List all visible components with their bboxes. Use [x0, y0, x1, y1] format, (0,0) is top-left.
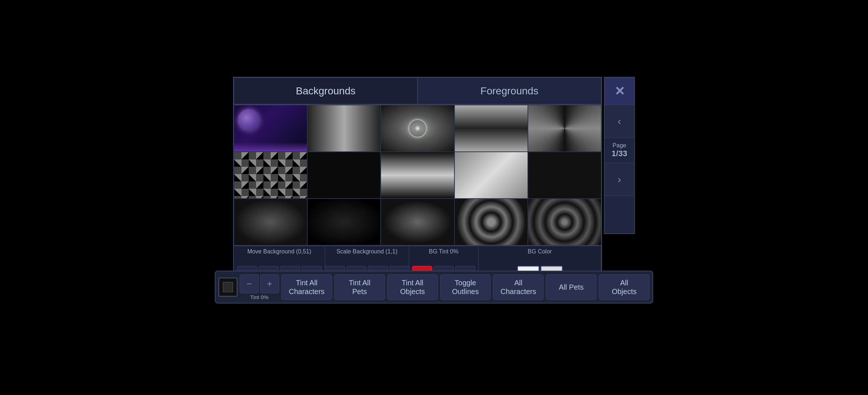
tint-all-characters-btn[interactable]: Tint All Characters: [281, 274, 332, 300]
grid-cell-vignette-dark[interactable]: [307, 199, 381, 245]
scale-bg-label: Scale Background (1,1): [336, 248, 397, 255]
next-page-btn[interactable]: ›: [605, 163, 634, 196]
grid-cell-rings[interactable]: [454, 199, 528, 245]
close-button[interactable]: ✕: [605, 78, 634, 105]
tab-bar: Backgrounds Foregrounds: [234, 78, 601, 105]
grid-cell-grad-tb[interactable]: [454, 105, 528, 152]
backgrounds-grid: [234, 105, 601, 246]
grid-cell-checker[interactable]: [234, 152, 307, 199]
all-objects-btn[interactable]: All Objects: [599, 274, 650, 300]
tint-global-plus-btn[interactable]: +: [260, 274, 279, 293]
grid-cell-grad-diag[interactable]: [528, 105, 601, 152]
grid-cell-stripe[interactable]: [528, 152, 601, 199]
grid-cell-grad-vert[interactable]: [381, 152, 454, 199]
all-pets-btn[interactable]: All Pets: [546, 274, 597, 300]
right-sidebar: ✕ ‹ Page 1/33 ›: [604, 77, 635, 234]
tint-preview-inner: [223, 282, 233, 292]
grid-cell-light-diag[interactable]: [454, 152, 528, 199]
grid-cell-vignette-sm[interactable]: [234, 199, 307, 245]
color-label: BG Color: [528, 248, 552, 255]
prev-page-btn[interactable]: ‹: [605, 105, 634, 138]
tint-label: BG Tint 0%: [429, 248, 458, 255]
grid-cell-grad-lr[interactable]: [307, 105, 381, 152]
grid-cell-vignette-med[interactable]: [381, 199, 454, 245]
tint-preview: [218, 278, 237, 297]
next-icon: ›: [618, 174, 621, 185]
grid-cell-dark[interactable]: [307, 152, 381, 199]
tint-global-label: Tint 0%: [250, 294, 269, 300]
tint-section: − + Tint 0%: [240, 274, 279, 300]
reticle: [408, 119, 427, 138]
tint-global-minus-btn[interactable]: −: [240, 274, 259, 293]
tab-backgrounds[interactable]: Backgrounds: [234, 78, 418, 104]
prev-icon: ‹: [618, 116, 621, 127]
bottom-toolbar: − + Tint 0% Tint All Characters Tint All…: [215, 271, 653, 304]
grid-cell-grad-center[interactable]: [381, 105, 454, 152]
tab-foregrounds[interactable]: Foregrounds: [418, 78, 601, 104]
page-info: Page 1/33: [605, 138, 634, 163]
tint-all-objects-btn[interactable]: Tint All Objects: [387, 274, 438, 300]
grid-cell-rings-lg[interactable]: [528, 199, 601, 245]
grid-cell-space[interactable]: [234, 105, 307, 152]
all-characters-btn[interactable]: All Characters: [493, 274, 544, 300]
tint-all-pets-btn[interactable]: Tint All Pets: [334, 274, 385, 300]
move-bg-label: Move Background (0,51): [247, 248, 311, 255]
toggle-outlines-btn[interactable]: Toggle Outlines: [440, 274, 491, 300]
main-panel: Backgrounds Foregrounds: [233, 77, 602, 289]
